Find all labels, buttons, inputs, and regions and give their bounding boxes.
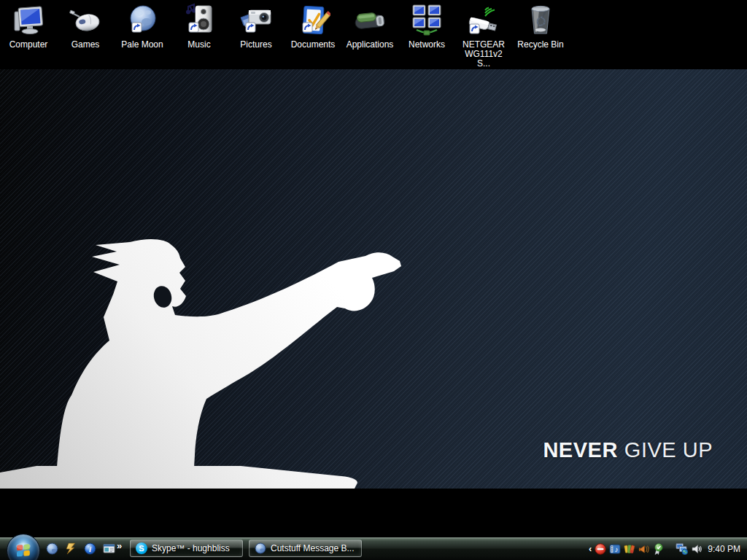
start-button[interactable]	[7, 534, 40, 560]
shortcut-arrow-overlay	[470, 24, 479, 34]
media-player-icon[interactable]: ♪	[608, 542, 621, 555]
phoenix-wright-silhouette	[0, 69, 747, 489]
shortcut-arrow-overlay	[189, 23, 198, 32]
desktop-icon-netgear-adapter[interactable]: NETGEAR WG111v2 S...	[455, 3, 512, 69]
lightning-icon[interactable]	[64, 542, 77, 556]
taskbar-clock[interactable]: 9:40 PM	[705, 544, 746, 554]
shortcut-arrow-overlay	[132, 23, 142, 32]
desktop-icon-label: Documents	[291, 40, 336, 50]
network-icon[interactable]	[676, 542, 688, 555]
shortcut-arrow-overlay	[303, 23, 312, 32]
do-not-disturb-icon[interactable]	[594, 542, 606, 555]
usb-wifi-adapter-icon	[465, 3, 503, 38]
info-icon[interactable]: i	[83, 542, 96, 556]
svg-text:♪: ♪	[614, 545, 618, 553]
desktop-icon-music[interactable]: Music	[171, 3, 228, 50]
desktop-icon-recycle-bin[interactable]: Recycle Bin	[512, 3, 569, 50]
tray-collapse-chevron[interactable]: ‹	[589, 544, 592, 553]
globe-icon	[255, 542, 266, 554]
wallpaper: NEVERGIVE UP	[0, 69, 747, 489]
taskbar: i » S Skype™ - hughbliss	[0, 537, 747, 560]
volume-icon[interactable]	[690, 542, 703, 555]
desktop-icon-computer[interactable]: Computer	[0, 3, 57, 50]
slogan-regular-text: GIVE UP	[624, 438, 713, 462]
desktop-icon-documents[interactable]: Documents	[285, 3, 341, 50]
desktop-icon-label: Games	[71, 40, 100, 50]
window-title: Cutstuff Message B...	[271, 543, 355, 553]
desktop-icon-games[interactable]: Games	[57, 3, 114, 50]
desktop-icon-label: Pale Moon	[121, 40, 163, 50]
desktop: Computer	[0, 0, 747, 560]
desktop-icon-applications[interactable]: Applications	[341, 3, 398, 50]
desktop-icon-label: NETGEAR WG111v2 S...	[457, 40, 510, 69]
document-check-icon	[294, 3, 332, 38]
skype-icon: S	[136, 542, 147, 554]
colored-cards-icon[interactable]	[623, 542, 635, 555]
desktop-icon-label: Recycle Bin	[517, 40, 563, 50]
desktop-icon-label: Music	[187, 40, 210, 50]
check-badge-icon[interactable]	[652, 542, 665, 555]
desktop-icon-networks[interactable]: Networks	[398, 3, 455, 50]
recycle-bin-icon	[522, 3, 560, 38]
moon-globe-icon	[123, 3, 161, 38]
desktop-icon-row: Computer	[0, 0, 747, 72]
computer-icon	[9, 3, 47, 38]
desktop-icon-label: Applications	[347, 40, 394, 50]
horn-icon[interactable]	[638, 542, 650, 555]
desktop-icon-label: Pictures	[240, 40, 271, 50]
camera-icon	[237, 3, 275, 38]
external-drive-icon	[351, 3, 389, 38]
window-icon[interactable]	[102, 542, 115, 556]
window-title: Skype™ - hughbliss	[152, 543, 230, 553]
system-tray: ‹ ♪	[589, 537, 746, 560]
globe-icon[interactable]	[45, 542, 58, 556]
mouse-icon	[66, 3, 104, 38]
taskbar-window-cutstuff[interactable]: Cutstuff Message B...	[249, 540, 362, 557]
quick-launch-overflow-chevron[interactable]: »	[117, 541, 122, 551]
desktop-icon-pictures[interactable]: Pictures	[228, 3, 285, 50]
wallpaper-slogan: NEVERGIVE UP	[543, 438, 713, 462]
desktop-icon-label: Computer	[9, 40, 48, 50]
shortcut-arrow-overlay	[246, 23, 255, 32]
desktop-icon-pale-moon[interactable]: Pale Moon	[114, 3, 171, 50]
taskbar-window-skype[interactable]: S Skype™ - hughbliss	[130, 540, 243, 557]
quick-launch-bar: i	[45, 537, 115, 560]
speaker-icon	[180, 3, 218, 38]
desktop-icon-label: Networks	[409, 40, 445, 50]
windows-flag-icon	[15, 542, 32, 559]
four-monitors-icon	[408, 3, 446, 38]
slogan-bold-text: NEVER	[543, 438, 617, 462]
